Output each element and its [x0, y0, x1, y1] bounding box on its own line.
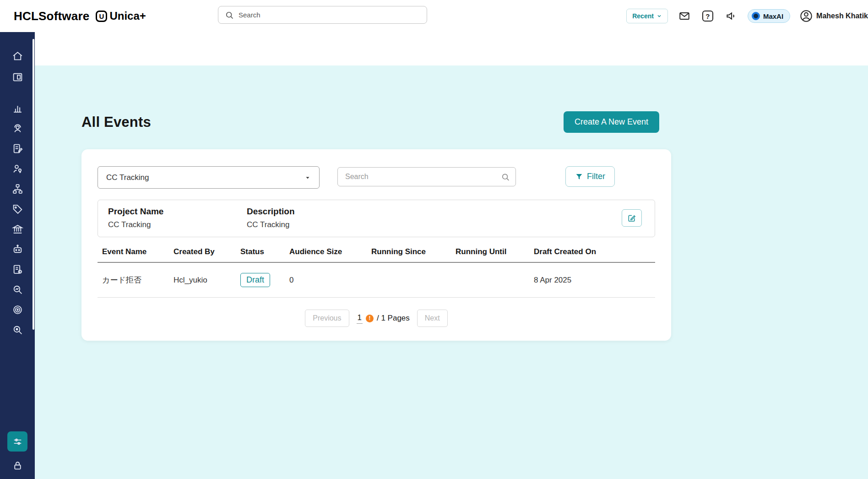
topbar: HCLSoftware U Unica+ Recent ? MaxAI Mahe	[0, 0, 868, 32]
sidebar-item-rules[interactable]	[7, 259, 27, 279]
project-name-label: Project Name	[108, 207, 247, 217]
chevron-down-icon	[656, 13, 662, 19]
user-key-icon	[12, 163, 23, 174]
next-page-button[interactable]: Next	[417, 310, 448, 327]
cell-created-by: Hcl_yukio	[169, 266, 236, 295]
project-name-value: CC Tracking	[108, 220, 247, 229]
col-created-by: Created By	[169, 241, 236, 262]
edit-project-button[interactable]	[622, 209, 642, 227]
recent-dropdown[interactable]: Recent	[626, 9, 668, 23]
sidebar-item-discover[interactable]	[7, 320, 27, 340]
insight-search-icon	[12, 284, 23, 295]
tag-icon	[12, 203, 23, 215]
cell-status: Draft	[236, 263, 285, 297]
cell-running-since	[367, 270, 451, 290]
sidebar-scrollbar[interactable]	[33, 39, 34, 330]
filter-label: Filter	[587, 172, 605, 181]
cell-audience-size: 0	[285, 266, 367, 295]
table-header-row: Event Name Created By Status Audience Si…	[98, 241, 655, 263]
global-search-input[interactable]	[239, 11, 420, 19]
sidebar-item-insights[interactable]	[7, 279, 27, 299]
project-select[interactable]: CC Tracking	[98, 166, 320, 189]
help-button[interactable]: ?	[701, 9, 715, 23]
sidebar-item-institution[interactable]	[7, 219, 27, 239]
bank-icon	[12, 223, 23, 235]
project-description-label: Description	[247, 207, 295, 217]
home-icon	[12, 50, 23, 62]
sidebar-item-analytics[interactable]	[7, 98, 27, 118]
target-icon	[12, 304, 23, 316]
sidebar	[0, 32, 35, 479]
current-page[interactable]: 1	[357, 313, 363, 324]
maxai-icon	[752, 12, 760, 20]
topbar-actions: Recent ? MaxAI Mahesh Khatik	[626, 0, 868, 32]
maxai-label: MaxAI	[763, 12, 783, 20]
table-row[interactable]: カード拒否 Hcl_yukio Draft 0 8 Apr 2025	[98, 263, 655, 298]
col-running-since: Running Since	[367, 241, 451, 262]
create-event-button[interactable]: Create A New Event	[564, 111, 659, 133]
col-status: Status	[236, 241, 285, 262]
previous-page-button[interactable]: Previous	[305, 310, 349, 327]
main-content: All Events Create A New Event CC Trackin…	[35, 32, 868, 479]
col-event-name: Event Name	[98, 241, 169, 262]
mail-button[interactable]	[678, 9, 691, 23]
col-running-until: Running Until	[451, 241, 529, 262]
sidebar-item-bot[interactable]	[7, 239, 27, 259]
sidebar-item-access[interactable]	[7, 158, 27, 179]
audience-icon	[12, 123, 23, 134]
select-caret-icon	[304, 174, 311, 181]
lock-icon	[12, 460, 23, 471]
hierarchy-icon	[12, 183, 23, 195]
sidebar-item-forms[interactable]	[7, 138, 27, 158]
project-info-box: Project Name CC Tracking Description CC …	[98, 200, 655, 237]
edit-pencil-icon	[627, 213, 636, 223]
filter-funnel-icon	[575, 173, 583, 181]
events-table: Event Name Created By Status Audience Si…	[98, 241, 655, 298]
events-card: CC Tracking Filter Project Name CC Track…	[81, 149, 671, 341]
pagination: Previous 1 ! / 1 Pages Next	[98, 310, 655, 327]
sidebar-item-goals[interactable]	[7, 299, 27, 320]
sidebar-item-dashboard[interactable]	[7, 67, 27, 87]
mail-icon	[678, 10, 690, 22]
project-description-value: CC Tracking	[247, 220, 295, 229]
sidebar-item-home[interactable]	[7, 46, 27, 66]
settings-sliders-icon	[12, 436, 23, 447]
maxai-button[interactable]: MaxAI	[748, 9, 790, 23]
unica-logo: U Unica+	[96, 10, 146, 22]
discover-search-icon	[12, 324, 23, 336]
page-title: All Events	[81, 114, 151, 131]
events-search[interactable]	[337, 167, 516, 186]
doc-gear-icon	[12, 264, 23, 275]
unica-logo-icon: U	[96, 11, 107, 22]
sidebar-item-offers[interactable]	[7, 199, 27, 219]
col-draft-created-on: Draft Created On	[529, 241, 655, 262]
page-warning-icon: !	[366, 315, 374, 322]
status-badge: Draft	[240, 273, 270, 287]
avatar-icon	[800, 10, 813, 22]
sidebar-item-audience[interactable]	[7, 118, 27, 138]
bot-icon	[12, 244, 23, 255]
help-icon: ?	[702, 11, 713, 22]
search-icon	[501, 172, 510, 182]
cell-draft-created-on: 8 Apr 2025	[529, 266, 655, 295]
search-icon	[225, 11, 234, 20]
col-audience-size: Audience Size	[285, 241, 367, 262]
subheader-strip	[35, 32, 868, 65]
megaphone-icon	[725, 10, 737, 22]
brand-area: HCLSoftware U Unica+	[14, 0, 146, 32]
sidebar-item-hierarchy[interactable]	[7, 179, 27, 199]
total-pages: / 1 Pages	[377, 314, 410, 323]
user-menu[interactable]: Mahesh Khatik	[800, 10, 868, 22]
bar-chart-icon	[12, 103, 23, 114]
user-name: Mahesh Khatik	[816, 12, 868, 20]
filter-button[interactable]: Filter	[565, 166, 615, 187]
project-select-value: CC Tracking	[106, 173, 149, 182]
events-search-input[interactable]	[345, 173, 501, 181]
sidebar-item-settings[interactable]	[7, 431, 27, 452]
announcements-button[interactable]	[724, 9, 738, 23]
product-name: Unica+	[109, 10, 146, 22]
sidebar-item-security[interactable]	[7, 455, 27, 475]
cell-running-until	[451, 270, 529, 290]
global-search[interactable]	[218, 6, 427, 24]
forms-icon	[12, 143, 23, 154]
